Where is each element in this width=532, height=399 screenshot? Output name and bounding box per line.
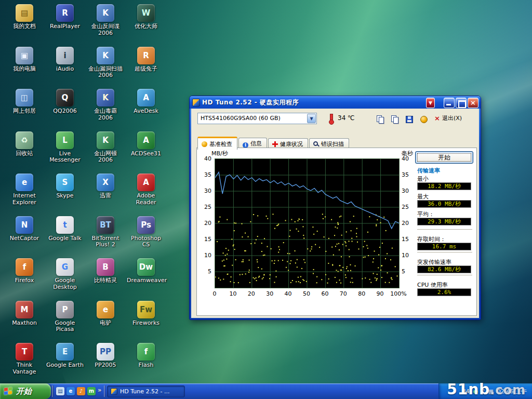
bitspirit-icon: B xyxy=(97,258,114,276)
desktop-icon-label: Photoshop CS xyxy=(127,235,165,249)
desktop-icon-kingsoft-scan[interactable]: K金山漏洞扫描 2006 xyxy=(86,47,125,79)
desktop-icon-label: 回收站 xyxy=(5,151,44,157)
stat-label-burst: 突发传输速率 xyxy=(417,258,451,266)
desktop-icon-adobe-reader[interactable]: AAdobe Reader xyxy=(127,174,165,206)
drive-select[interactable]: HTS541060G9SA00 (60 GB) ▼ xyxy=(197,113,317,124)
kingsoft-scan-icon: K xyxy=(97,47,114,64)
desktop-icon-kingsoft-antivirus[interactable]: K金山毒霸 2006 xyxy=(86,89,125,122)
exit-button[interactable]: × 退出(X) xyxy=(434,114,462,122)
desktop-icon-google-desktop[interactable]: GGoogle Desktop xyxy=(46,258,84,291)
desktop-icon-label: Dreamweaver xyxy=(127,277,165,284)
quick-launch-messenger[interactable]: m xyxy=(87,387,96,395)
desktop-icon-label: 金山毒霸 2006 xyxy=(86,108,125,122)
desktop-icon-flash[interactable]: fFlash xyxy=(127,343,165,369)
taskbar-divider[interactable] xyxy=(104,385,105,397)
desktop-icon-realplayer[interactable]: RRealPlayer xyxy=(46,4,84,30)
benchmark-tab-panel: MB/秒 毫秒 403530252015105 403530252015105 … xyxy=(196,148,477,316)
copy-screenshot-button[interactable] xyxy=(374,113,385,125)
desktop-icon-dreamweaver[interactable]: DwDreamweaver xyxy=(127,258,165,284)
desktop-icon-google-talk[interactable]: tGoogle Talk xyxy=(46,216,84,242)
quick-launch-overflow-chevron[interactable]: » xyxy=(98,387,101,394)
desktop-icon-live-messenger[interactable]: LLive Messenger xyxy=(46,131,84,164)
hdtune-task-button[interactable]: HD Tune 2.52 - ... xyxy=(107,385,185,397)
think-vantage-icon: T xyxy=(16,343,33,361)
stat-value-max: 36.0 MB/秒 xyxy=(417,200,471,208)
always-on-top-button[interactable]: ▼ xyxy=(426,98,435,108)
window-titlebar[interactable]: HD Tune 2.52 - 硬盘实用程序 ▼ × xyxy=(190,96,481,109)
desktop-icon-firefox[interactable]: fFirefox xyxy=(5,258,44,284)
start-benchmark-button[interactable]: 开始 xyxy=(415,151,473,164)
stat-label-access: 存取时间： xyxy=(417,235,446,243)
tray-network-icon[interactable]: ▦ xyxy=(488,389,493,394)
quick-launch-internet-explorer[interactable]: e xyxy=(66,387,75,395)
desktop-icon-skype[interactable]: SSkype xyxy=(46,174,84,200)
desktop-icon-qq2006[interactable]: QQQ2006 xyxy=(46,89,84,115)
google-desktop-icon: G xyxy=(56,258,74,276)
taskbar-divider[interactable] xyxy=(52,385,54,397)
save-screenshot-button[interactable] xyxy=(403,113,415,125)
y-tick-label: 25 xyxy=(402,204,414,210)
desktop-icon-bitspirit[interactable]: B比特精灵 xyxy=(86,258,125,284)
desktop-icon-fireworks[interactable]: FwFireworks xyxy=(127,301,165,327)
desktop-icon-netcaptor[interactable]: NNetCaptor xyxy=(5,216,44,242)
desktop-icon-network-places[interactable]: ◫网上邻居 xyxy=(5,89,44,115)
drive-temperature: 34 ℃ xyxy=(338,114,355,122)
desktop-icon-google-earth[interactable]: EGoogle Earth xyxy=(46,343,84,369)
y-axis-left: 403530252015105 xyxy=(199,158,212,288)
start-button[interactable]: 开始 xyxy=(0,383,51,399)
desktop-icon-kingsoft-antispyware[interactable]: K金山反间谍 2006 xyxy=(86,4,125,37)
desktop-icon-maxthon[interactable]: MMaxthon xyxy=(5,301,44,327)
tray-volume-icon[interactable]: ♪ xyxy=(481,389,485,394)
tray-hdd-temperature[interactable]: 34 xyxy=(462,389,470,394)
options-button[interactable] xyxy=(418,113,429,125)
desktop-icon-emule[interactable]: e电驴 xyxy=(86,301,125,327)
desktop-icon-google-picasa[interactable]: PGoogle Picasa xyxy=(46,301,84,334)
desktop-icon-label: Google Picasa xyxy=(46,320,84,334)
tray-antivirus-icon[interactable]: ● xyxy=(473,389,478,394)
desktop-icon-bittorrent-plus[interactable]: BTBitTorrent Plus! 2 xyxy=(86,216,125,249)
minimize-button[interactable] xyxy=(444,98,455,108)
desktop-icon-label: 我的电脑 xyxy=(5,66,44,73)
y-tick-label: 40 xyxy=(199,155,211,162)
stats-divider xyxy=(417,275,472,276)
desktop-icon-my-computer[interactable]: ▣我的电脑 xyxy=(5,47,44,73)
quick-launch-show-desktop[interactable]: ▤ xyxy=(56,387,64,395)
desktop-icon-label: AveDesk xyxy=(127,108,165,115)
copy-text-button[interactable] xyxy=(389,113,400,125)
tab-benchmark[interactable]: 基准检查 xyxy=(197,137,237,150)
google-talk-icon: t xyxy=(56,216,74,234)
stat-value-avg: 29.3 MB/秒 xyxy=(417,218,471,225)
desktop-icon-my-documents[interactable]: ▤我的文档 xyxy=(5,4,44,30)
desktop-icon-recycle-bin[interactable]: ♻回收站 xyxy=(5,131,44,157)
desktop-icon-pp2005[interactable]: PPPP2005 xyxy=(86,343,125,369)
quick-launch-media-player[interactable]: ♪ xyxy=(77,387,85,395)
chevron-down-icon[interactable]: ▼ xyxy=(307,114,316,123)
desktop-icon-avedesk[interactable]: AAveDesk xyxy=(127,89,165,115)
exit-x-icon: × xyxy=(434,114,440,122)
desktop-icon-super-rabbit[interactable]: R超级兔子 xyxy=(127,47,165,73)
thunder-icon: X xyxy=(97,174,114,191)
desktop-icon-think-vantage[interactable]: TThink Vantage xyxy=(5,343,44,376)
acdsee31-icon: A xyxy=(137,131,155,149)
flash-icon: f xyxy=(137,343,155,361)
desktop-icon-kingsoft-firewall[interactable]: K金山网镖 2006 xyxy=(86,131,125,164)
desktop-icon-iaudio[interactable]: iiAudio xyxy=(46,47,84,73)
desktop-icon-thunder[interactable]: X迅雷 xyxy=(86,174,125,200)
recycle-bin-icon: ♻ xyxy=(16,131,33,149)
y-tick-label: 35 xyxy=(402,171,414,178)
y-tick-label: 5 xyxy=(402,268,414,275)
maximize-button[interactable] xyxy=(456,98,467,108)
close-button[interactable]: × xyxy=(468,98,478,108)
desktop-icon-label: 金山网镖 2006 xyxy=(86,151,125,164)
desktop-icon-photoshop-cs[interactable]: PsPhotoshop CS xyxy=(127,216,165,249)
desktop-icon-label: Adobe Reader xyxy=(127,193,165,206)
tray-clock[interactable]: 02:46 上午 xyxy=(497,388,527,395)
iaudio-icon: i xyxy=(56,47,74,64)
desktop-icon-acdsee31[interactable]: AACDSee31 xyxy=(127,131,165,157)
desktop-icon-wopti[interactable]: W优化大师 xyxy=(127,4,165,30)
desktop-icon-label: NetCaptor xyxy=(5,235,44,242)
desktop-icon-internet-explorer[interactable]: eInternet Explorer xyxy=(5,174,44,206)
taskbar: 开始 ▤e♪m » HD Tune 2.52 - ... 34 ●♪▦ 02:4… xyxy=(0,383,532,399)
x-tick-label: 20 xyxy=(243,290,260,297)
y-tick-label: 15 xyxy=(199,236,211,243)
